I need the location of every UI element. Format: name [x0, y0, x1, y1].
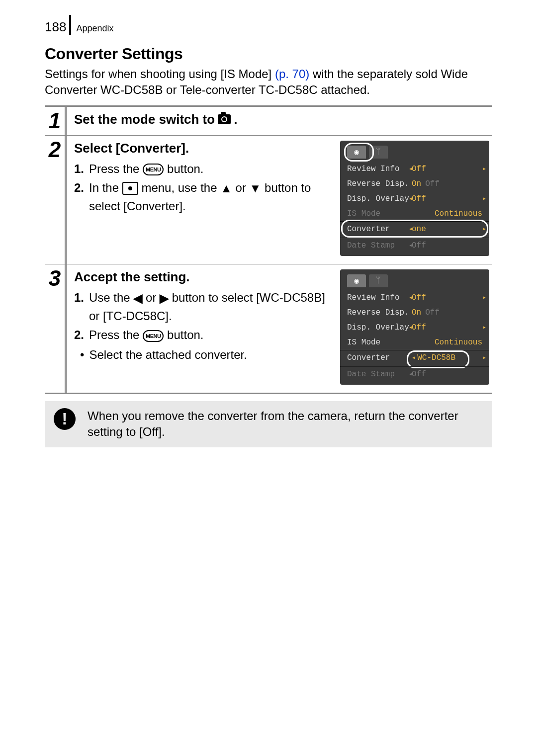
- menu-value: Off: [412, 323, 426, 332]
- lcd-tab-camera-icon: ◉: [347, 274, 366, 287]
- caution-icon: !: [54, 408, 76, 430]
- menu-value: Continuous: [435, 338, 482, 347]
- substep-text: Press the: [89, 162, 143, 175]
- menu-value: Off: [412, 370, 426, 379]
- step-number: 2: [49, 139, 61, 161]
- page-header: 188 Appendix: [45, 15, 492, 35]
- menu-value: Off: [412, 293, 426, 302]
- menu-label: Converter: [347, 225, 412, 234]
- page-ref-link[interactable]: (p. 70): [275, 67, 309, 81]
- menu-label: Disp. Overlay: [347, 194, 412, 203]
- substep-number: 2.: [74, 179, 85, 197]
- menu-label: Converter: [347, 353, 412, 362]
- substep-text: Use the: [89, 291, 133, 304]
- menu-label: Review Info: [347, 293, 412, 302]
- step-1-heading-pre: Set the mode switch to: [74, 112, 215, 127]
- step-3: 3 Accept the setting. 1. Use the ◀ or: [45, 264, 492, 393]
- lcd-tab-tools-icon: ᛘ: [369, 146, 388, 159]
- intro-paragraph: Settings for when shooting using [IS Mod…: [45, 66, 492, 98]
- substep-number: 1.: [74, 289, 85, 307]
- bullet-text: Select the attached converter.: [89, 346, 247, 364]
- menu-value: WC-DC58B: [417, 353, 455, 362]
- camera-icon: [218, 114, 231, 124]
- menu-value: Continuous: [435, 209, 482, 218]
- steps-container: 1 Set the mode switch to . 2 Select [Con…: [45, 105, 492, 394]
- menu-value: one: [412, 225, 426, 234]
- step-2: 2 Select [Converter]. 1. Press the MENU …: [45, 135, 492, 264]
- menu-label: Reverse Disp.: [347, 179, 412, 188]
- section-label: Appendix: [76, 23, 113, 35]
- step-2-heading: Select [Converter].: [74, 141, 331, 156]
- substep-text: menu, use the: [141, 181, 220, 194]
- intro-text-1: Settings for when shooting using [IS Mod…: [45, 67, 275, 81]
- menu-value: Off: [412, 241, 426, 250]
- substep-text: or: [146, 291, 160, 304]
- menu-value: Off: [412, 165, 426, 173]
- rec-menu-icon: [122, 182, 138, 195]
- menu-label: IS Mode: [347, 209, 412, 218]
- menu-value-off: Off: [425, 308, 440, 317]
- up-arrow-icon: ▲: [220, 179, 232, 197]
- step-number: 3: [49, 267, 61, 289]
- step-number: 1: [49, 110, 61, 132]
- substep-number: 2.: [74, 326, 85, 344]
- menu-label: Review Info: [347, 165, 412, 173]
- menu-label: Reverse Disp.: [347, 308, 412, 317]
- menu-value-on: On: [412, 308, 421, 317]
- substep-text: In the: [89, 181, 122, 194]
- lcd-tab-tools-icon: ᛘ: [369, 274, 388, 287]
- left-arrow-icon: ◀: [133, 289, 142, 307]
- menu-value: Off: [412, 194, 426, 203]
- down-arrow-icon: ▼: [250, 179, 262, 197]
- substep-text: button.: [167, 162, 203, 175]
- menu-value-on: On: [412, 179, 421, 188]
- menu-label: Date Stamp: [347, 370, 412, 379]
- menu-label: IS Mode: [347, 338, 412, 347]
- page-title: Converter Settings: [45, 45, 492, 63]
- camera-lcd-screenshot-1: ◉ ᛘ Review Info◂Off▸ Reverse Disp.OnOff …: [340, 141, 489, 256]
- step-1: 1 Set the mode switch to .: [45, 107, 492, 135]
- bullet-icon: •: [80, 346, 84, 364]
- substep-text: Press the: [89, 328, 143, 341]
- menu-value-off: Off: [425, 179, 440, 188]
- step-1-heading-post: .: [234, 112, 237, 127]
- note-text: When you remove the converter from the c…: [88, 408, 483, 440]
- menu-button-icon: MENU: [143, 164, 164, 175]
- substep-number: 1.: [74, 160, 85, 178]
- note-box: ! When you remove the converter from the…: [45, 401, 492, 447]
- camera-lcd-screenshot-2: ◉ ᛘ Review Info◂Off▸ Reverse Disp.OnOff …: [340, 269, 489, 385]
- lcd-tab-camera-icon: ◉: [347, 146, 366, 159]
- substep-text: button.: [167, 328, 203, 341]
- menu-button-icon: MENU: [143, 330, 164, 342]
- page-number: 188: [45, 15, 71, 35]
- right-arrow-icon: ▶: [160, 289, 169, 307]
- substep-text: or: [236, 181, 250, 194]
- menu-label: Disp. Overlay: [347, 323, 412, 332]
- step-3-heading: Accept the setting.: [74, 269, 331, 285]
- menu-label: Date Stamp: [347, 241, 412, 250]
